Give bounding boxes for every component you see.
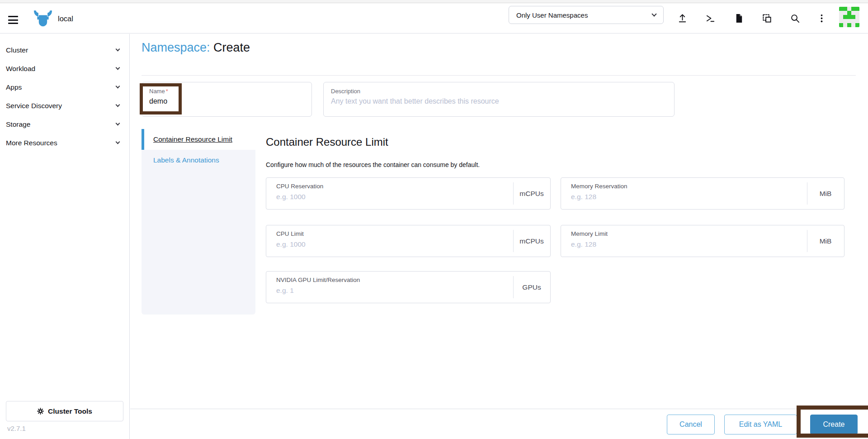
- import-icon[interactable]: [761, 12, 773, 24]
- cpu-reservation-field: CPU Reservation mCPUs: [266, 177, 551, 210]
- chevron-down-icon: [651, 11, 656, 16]
- section-heading: Container Resource Limit: [266, 136, 388, 148]
- chevron-down-icon: [116, 103, 120, 107]
- footer-divider: [130, 409, 868, 409]
- sidebar-item-storage[interactable]: Storage: [0, 115, 129, 134]
- cpu-limit-input[interactable]: [276, 240, 505, 248]
- page-title: Namespace: Create: [142, 41, 250, 55]
- memory-reservation-field: Memory Reservation MiB: [561, 177, 844, 210]
- cpu-reservation-input[interactable]: [276, 193, 505, 201]
- create-button[interactable]: Create: [810, 415, 858, 434]
- description-input[interactable]: [331, 97, 667, 105]
- sidebar-item-workload[interactable]: Workload: [0, 59, 129, 78]
- shell-icon[interactable]: [704, 12, 716, 24]
- tab-container-resource-limit[interactable]: Container Resource Limit: [142, 129, 255, 150]
- sidebar-nav: Cluster Workload Apps Service Discovery …: [0, 34, 130, 439]
- name-field-container: Name*: [142, 82, 312, 117]
- window-top-strip: [0, 0, 868, 3]
- footer-actions: Cancel Edit as YAML Create: [667, 415, 858, 434]
- sidebar-item-cluster[interactable]: Cluster: [0, 41, 129, 59]
- sidebar-item-more-resources[interactable]: More Resources: [0, 134, 129, 152]
- version-label: v2.7.1: [7, 425, 26, 432]
- chevron-down-icon: [116, 84, 120, 89]
- sidebar-item-apps[interactable]: Apps: [0, 78, 129, 96]
- docs-icon[interactable]: [733, 12, 745, 24]
- menu-button[interactable]: [8, 16, 18, 24]
- chevron-down-icon: [116, 121, 120, 126]
- memory-limit-field: Memory Limit MiB: [561, 225, 844, 257]
- kebab-menu-icon[interactable]: [816, 12, 827, 24]
- tab-labels-annotations[interactable]: Labels & Annotations: [142, 150, 255, 171]
- sidebar-item-service-discovery[interactable]: Service Discovery: [0, 96, 129, 115]
- chevron-down-icon: [116, 66, 120, 70]
- upload-icon[interactable]: [676, 12, 688, 24]
- name-field-label: Name*: [149, 88, 304, 95]
- memory-reservation-input[interactable]: [571, 193, 799, 201]
- nvidia-gpu-input[interactable]: [276, 286, 505, 295]
- tab-list: Container Resource Limit Labels & Annota…: [142, 129, 255, 315]
- description-field-container: Description: [323, 82, 675, 117]
- namespace-filter-dropdown[interactable]: Only User Namespaces: [509, 6, 664, 24]
- unit-label: mCPUs: [513, 178, 550, 209]
- namespace-filter-value: Only User Namespaces: [516, 11, 588, 19]
- top-nav-bar: local Only User Namespaces: [0, 4, 868, 33]
- nvidia-gpu-field: NVIDIA GPU Limit/Reservation GPUs: [266, 271, 551, 303]
- edit-as-yaml-button[interactable]: Edit as YAML: [724, 415, 797, 434]
- user-avatar[interactable]: [839, 7, 859, 27]
- chevron-down-icon: [116, 140, 120, 144]
- description-field-label: Description: [331, 88, 667, 95]
- search-icon[interactable]: [789, 12, 801, 24]
- cpu-limit-field: CPU Limit mCPUs: [266, 225, 551, 257]
- unit-label: GPUs: [513, 272, 550, 303]
- hamburger-icon: [8, 16, 18, 17]
- cluster-tools-button[interactable]: Cluster Tools: [6, 401, 123, 421]
- required-asterisk: *: [166, 88, 168, 95]
- chevron-down-icon: [116, 47, 120, 52]
- cluster-tools-label: Cluster Tools: [48, 407, 92, 415]
- cluster-name: local: [58, 4, 73, 33]
- rancher-logo-icon: [33, 10, 53, 29]
- section-subtitle: Configure how much of the resources the …: [266, 161, 480, 168]
- unit-label: MiB: [807, 178, 844, 209]
- gear-icon: [37, 408, 44, 415]
- name-input[interactable]: [149, 97, 304, 105]
- unit-label: MiB: [807, 225, 844, 257]
- memory-limit-input[interactable]: [571, 240, 799, 248]
- resource-type-label: Namespace:: [142, 41, 210, 54]
- action-label: Create: [213, 41, 250, 54]
- cancel-button[interactable]: Cancel: [667, 415, 715, 434]
- title-divider: [142, 75, 856, 76]
- unit-label: mCPUs: [513, 225, 550, 257]
